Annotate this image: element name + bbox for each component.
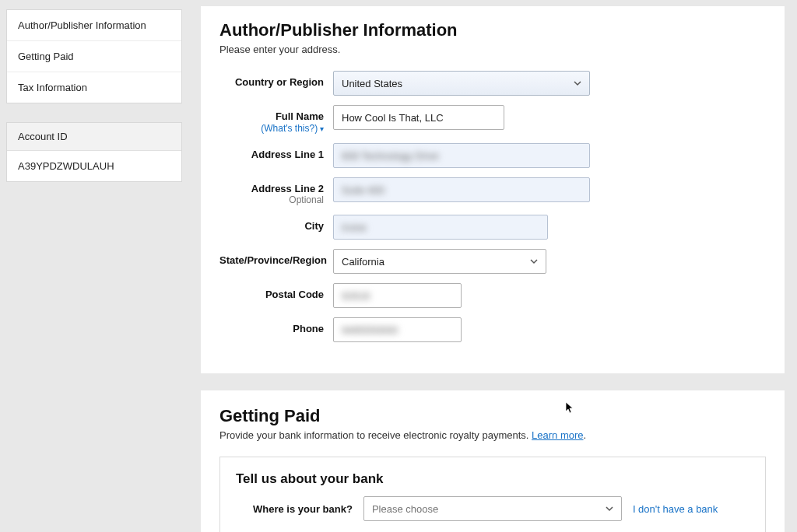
bank-title: Tell us about your bank [236,471,750,487]
panel-getting-paid: Getting Paid Provide your bank informati… [201,390,785,532]
bank-select-placeholder: Please choose [372,503,438,515]
address1-value: 608 Technology Drive [342,150,439,162]
label-postal: Postal Code [219,283,333,300]
getting-paid-sub-text: Provide your bank information to receive… [219,429,532,441]
no-bank-link[interactable]: I don't have a bank [633,503,718,515]
learn-more-link[interactable]: Learn more [532,429,583,441]
nav-tax-info[interactable]: Tax Information [7,72,181,103]
chevron-down-icon [530,257,538,265]
sidebar-nav: Author/Publisher Information Getting Pai… [6,9,182,103]
bank-location-select[interactable]: Please choose [363,496,622,521]
account-id-value: A39YPDZWDULAUH [7,151,181,181]
address1-input[interactable]: 608 Technology Drive [333,143,590,168]
account-id-label: Account ID [7,123,181,151]
label-state: State/Province/Region [219,249,333,266]
phone-input[interactable]: 9495550000 [333,317,462,342]
page-subtitle: Please enter your address. [219,44,766,55]
panel-author-publisher: Author/Publisher Information Please ente… [201,6,785,373]
address2-input[interactable]: Suite 400 [333,177,590,202]
label-address1: Address Line 1 [219,143,333,160]
city-input[interactable]: Irvine [333,215,548,240]
chevron-down-icon [574,79,581,87]
address2-value: Suite 400 [342,184,384,196]
bank-box: Tell us about your bank Where is your ba… [219,457,766,532]
account-id-box: Account ID A39YPDZWDULAUH [6,122,182,182]
label-country: Country or Region [219,71,333,88]
nav-getting-paid[interactable]: Getting Paid [7,40,181,72]
city-value: Irvine [342,222,367,233]
postal-value: 92618 [342,290,370,302]
state-select[interactable]: California [333,249,546,274]
whats-this-link[interactable]: (What's this?) [261,123,324,134]
label-city: City [219,215,333,232]
label-full-name: Full Name (What's this?) [219,105,333,134]
full-name-input[interactable] [333,105,504,130]
state-value: California [342,256,384,268]
label-address2-sub: Optional [219,194,324,205]
chevron-down-icon [606,505,613,513]
period: . [584,429,587,441]
label-full-name-text: Full Name [276,110,324,122]
label-address2-text: Address Line 2 [251,183,324,194]
page-title: Author/Publisher Information [219,20,766,40]
postal-input[interactable]: 92618 [333,283,462,308]
getting-paid-title: Getting Paid [219,406,766,426]
bank-label: Where is your bank? [253,503,353,515]
label-phone: Phone [219,317,333,334]
phone-value: 9495550000 [342,324,398,336]
country-select[interactable]: United States [333,71,590,96]
nav-author-publisher[interactable]: Author/Publisher Information [7,10,181,40]
getting-paid-subtitle: Provide your bank information to receive… [219,429,766,441]
label-address2: Address Line 2 Optional [219,177,333,205]
country-value: United States [342,78,402,89]
